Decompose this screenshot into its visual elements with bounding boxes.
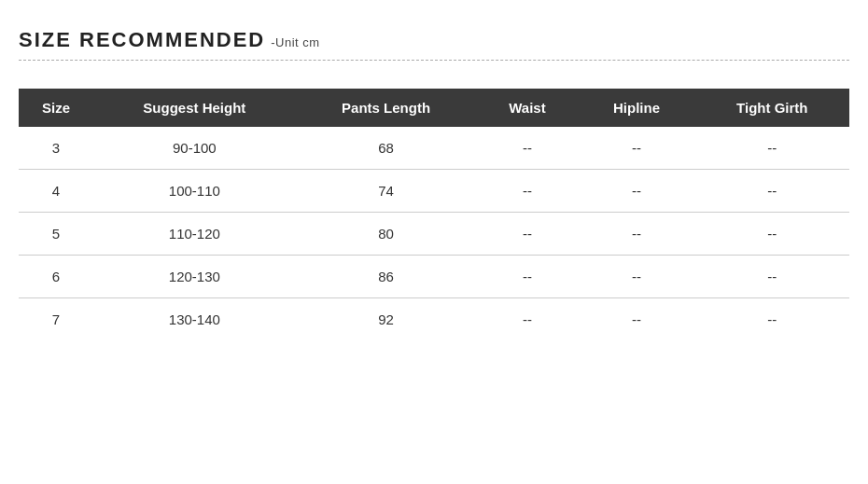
cell-suggest_height: 90-100 [93,127,296,170]
cell-hipline: -- [578,213,694,256]
header-row: Size Suggest Height Pants Length Waist H… [19,89,849,127]
col-hipline: Hipline [578,89,694,127]
cell-tight_girth: -- [695,170,849,213]
cell-size: 7 [19,298,93,341]
cell-pants_length: 86 [296,256,477,298]
cell-tight_girth: -- [695,127,849,170]
cell-size: 6 [19,256,93,298]
size-table: Size Suggest Height Pants Length Waist H… [19,89,849,340]
cell-suggest_height: 100-110 [93,170,296,213]
col-size: Size [19,89,93,127]
table-row: 7130-14092------ [19,298,849,341]
col-tight-girth: Tight Girth [695,89,849,127]
cell-waist: -- [476,256,578,298]
header-section: SIZE RECOMMENDED -Unit cm [19,28,849,61]
cell-waist: -- [476,127,578,170]
table-header: Size Suggest Height Pants Length Waist H… [19,89,849,127]
cell-hipline: -- [578,170,694,213]
cell-size: 3 [19,127,93,170]
cell-pants_length: 68 [296,127,477,170]
cell-suggest_height: 110-120 [93,213,296,256]
table-row: 4100-11074------ [19,170,849,213]
cell-tight_girth: -- [695,298,849,341]
col-waist: Waist [476,89,578,127]
cell-waist: -- [476,298,578,341]
table-row: 5110-12080------ [19,213,849,256]
cell-waist: -- [476,213,578,256]
cell-size: 5 [19,213,93,256]
col-suggest-height: Suggest Height [93,89,296,127]
cell-size: 4 [19,170,93,213]
cell-pants_length: 74 [296,170,477,213]
cell-pants_length: 92 [296,298,477,341]
cell-suggest_height: 120-130 [93,256,296,298]
table-body: 390-10068------4100-11074------5110-1208… [19,127,849,340]
cell-tight_girth: -- [695,256,849,298]
page-title-sub: -Unit cm [271,35,319,49]
cell-suggest_height: 130-140 [93,298,296,341]
table-row: 390-10068------ [19,127,849,170]
cell-tight_girth: -- [695,213,849,256]
cell-hipline: -- [578,298,694,341]
cell-waist: -- [476,170,578,213]
page-title-main: SIZE RECOMMENDED [19,28,265,52]
cell-pants_length: 80 [296,213,477,256]
cell-hipline: -- [578,127,694,170]
cell-hipline: -- [578,256,694,298]
table-row: 6120-13086------ [19,256,849,298]
col-pants-length: Pants Length [296,89,477,127]
